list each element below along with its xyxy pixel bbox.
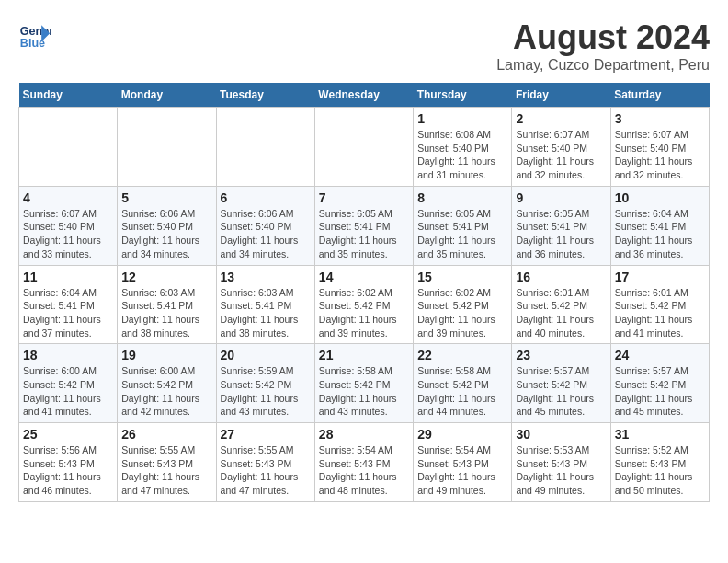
day-number: 9 <box>516 190 606 205</box>
day-info: Sunrise: 5:58 AMSunset: 5:42 PMDaylight:… <box>417 364 507 419</box>
day-of-week-header: Monday <box>118 83 216 108</box>
day-number: 2 <box>516 111 606 126</box>
calendar-cell: 9Sunrise: 6:05 AMSunset: 5:41 PMDaylight… <box>512 186 610 265</box>
title-section: August 2024 Lamay, Cuzco Department, Per… <box>496 18 710 74</box>
day-info: Sunrise: 6:05 AMSunset: 5:41 PMDaylight:… <box>516 207 606 261</box>
day-of-week-header: Sunday <box>19 83 118 108</box>
day-info: Sunrise: 5:54 AMSunset: 5:43 PMDaylight:… <box>417 443 507 498</box>
day-number: 3 <box>615 111 705 126</box>
calendar-week-row: 18Sunrise: 6:00 AMSunset: 5:42 PMDayligh… <box>19 344 710 423</box>
calendar-cell: 25Sunrise: 5:56 AMSunset: 5:43 PMDayligh… <box>19 423 118 502</box>
calendar-week-row: 11Sunrise: 6:04 AMSunset: 5:41 PMDayligh… <box>19 265 710 344</box>
day-info: Sunrise: 6:00 AMSunset: 5:42 PMDaylight:… <box>23 364 113 419</box>
calendar-cell: 4Sunrise: 6:07 AMSunset: 5:40 PMDaylight… <box>19 186 118 265</box>
day-info: Sunrise: 6:06 AMSunset: 5:40 PMDaylight:… <box>121 207 211 261</box>
day-info: Sunrise: 6:05 AMSunset: 5:41 PMDaylight:… <box>417 207 507 261</box>
calendar-cell: 26Sunrise: 5:55 AMSunset: 5:43 PMDayligh… <box>118 423 216 502</box>
day-info: Sunrise: 5:57 AMSunset: 5:42 PMDaylight:… <box>615 364 705 419</box>
calendar-cell: 21Sunrise: 5:58 AMSunset: 5:42 PMDayligh… <box>314 344 413 423</box>
day-of-week-header: Saturday <box>610 83 709 108</box>
day-info: Sunrise: 6:07 AMSunset: 5:40 PMDaylight:… <box>615 128 705 182</box>
calendar-header-row: SundayMondayTuesdayWednesdayThursdayFrid… <box>19 83 710 108</box>
calendar-cell: 19Sunrise: 6:00 AMSunset: 5:42 PMDayligh… <box>118 344 216 423</box>
calendar-cell: 10Sunrise: 6:04 AMSunset: 5:41 PMDayligh… <box>610 186 709 265</box>
calendar-cell: 16Sunrise: 6:01 AMSunset: 5:42 PMDayligh… <box>512 265 610 344</box>
calendar-cell: 8Sunrise: 6:05 AMSunset: 5:41 PMDaylight… <box>414 186 512 265</box>
calendar-cell: 27Sunrise: 5:55 AMSunset: 5:43 PMDayligh… <box>216 423 314 502</box>
calendar-week-row: 4Sunrise: 6:07 AMSunset: 5:40 PMDaylight… <box>19 186 710 265</box>
day-info: Sunrise: 6:07 AMSunset: 5:40 PMDaylight:… <box>23 207 113 261</box>
day-number: 18 <box>23 348 113 362</box>
day-number: 23 <box>516 348 606 362</box>
day-number: 4 <box>23 190 113 205</box>
day-info: Sunrise: 6:02 AMSunset: 5:42 PMDaylight:… <box>319 286 409 340</box>
calendar-cell <box>216 108 314 187</box>
day-number: 17 <box>615 270 705 284</box>
day-info: Sunrise: 5:56 AMSunset: 5:43 PMDaylight:… <box>23 443 113 498</box>
calendar-cell: 29Sunrise: 5:54 AMSunset: 5:43 PMDayligh… <box>414 423 512 502</box>
page-header: General Blue August 2024 Lamay, Cuzco De… <box>18 18 710 74</box>
svg-text:Blue: Blue <box>20 37 45 50</box>
day-info: Sunrise: 6:07 AMSunset: 5:40 PMDaylight:… <box>516 128 606 182</box>
day-number: 21 <box>319 348 409 362</box>
calendar-cell: 3Sunrise: 6:07 AMSunset: 5:40 PMDaylight… <box>610 108 709 187</box>
day-info: Sunrise: 6:04 AMSunset: 5:41 PMDaylight:… <box>23 286 113 340</box>
day-of-week-header: Wednesday <box>314 83 413 108</box>
day-number: 25 <box>23 427 113 442</box>
day-number: 5 <box>121 190 211 205</box>
day-info: Sunrise: 5:52 AMSunset: 5:43 PMDaylight:… <box>615 443 705 498</box>
day-number: 1 <box>417 111 507 126</box>
logo: General Blue <box>18 18 51 52</box>
calendar-cell: 24Sunrise: 5:57 AMSunset: 5:42 PMDayligh… <box>610 344 709 423</box>
calendar-cell: 20Sunrise: 5:59 AMSunset: 5:42 PMDayligh… <box>216 344 314 423</box>
calendar-cell: 23Sunrise: 5:57 AMSunset: 5:42 PMDayligh… <box>512 344 610 423</box>
day-info: Sunrise: 5:53 AMSunset: 5:43 PMDaylight:… <box>516 443 606 498</box>
day-of-week-header: Friday <box>512 83 610 108</box>
day-number: 13 <box>221 270 311 284</box>
calendar-cell: 13Sunrise: 6:03 AMSunset: 5:41 PMDayligh… <box>216 265 314 344</box>
calendar-cell: 31Sunrise: 5:52 AMSunset: 5:43 PMDayligh… <box>610 423 709 502</box>
day-info: Sunrise: 5:58 AMSunset: 5:42 PMDaylight:… <box>319 364 409 419</box>
logo-icon: General Blue <box>18 18 51 52</box>
calendar-cell: 11Sunrise: 6:04 AMSunset: 5:41 PMDayligh… <box>19 265 118 344</box>
day-info: Sunrise: 6:02 AMSunset: 5:42 PMDaylight:… <box>417 286 507 340</box>
day-number: 26 <box>121 427 211 442</box>
day-number: 20 <box>221 348 311 362</box>
day-info: Sunrise: 6:00 AMSunset: 5:42 PMDaylight:… <box>121 364 211 419</box>
day-info: Sunrise: 6:01 AMSunset: 5:42 PMDaylight:… <box>516 286 606 340</box>
page-title: August 2024 <box>496 18 710 57</box>
day-number: 16 <box>516 270 606 284</box>
day-number: 19 <box>121 348 211 362</box>
calendar-cell: 7Sunrise: 6:05 AMSunset: 5:41 PMDaylight… <box>314 186 413 265</box>
page-subtitle: Lamay, Cuzco Department, Peru <box>496 57 710 74</box>
calendar-cell: 1Sunrise: 6:08 AMSunset: 5:40 PMDaylight… <box>414 108 512 187</box>
calendar-cell: 15Sunrise: 6:02 AMSunset: 5:42 PMDayligh… <box>414 265 512 344</box>
calendar-week-row: 25Sunrise: 5:56 AMSunset: 5:43 PMDayligh… <box>19 423 710 502</box>
calendar-cell: 12Sunrise: 6:03 AMSunset: 5:41 PMDayligh… <box>118 265 216 344</box>
calendar-cell: 30Sunrise: 5:53 AMSunset: 5:43 PMDayligh… <box>512 423 610 502</box>
calendar-cell: 18Sunrise: 6:00 AMSunset: 5:42 PMDayligh… <box>19 344 118 423</box>
day-of-week-header: Thursday <box>414 83 512 108</box>
day-info: Sunrise: 6:01 AMSunset: 5:42 PMDaylight:… <box>615 286 705 340</box>
day-number: 12 <box>121 270 211 284</box>
day-number: 30 <box>516 427 606 442</box>
day-number: 10 <box>615 190 705 205</box>
day-info: Sunrise: 5:55 AMSunset: 5:43 PMDaylight:… <box>121 443 211 498</box>
day-info: Sunrise: 6:03 AMSunset: 5:41 PMDaylight:… <box>221 286 311 340</box>
calendar-cell: 28Sunrise: 5:54 AMSunset: 5:43 PMDayligh… <box>314 423 413 502</box>
day-number: 7 <box>319 190 409 205</box>
calendar-cell: 5Sunrise: 6:06 AMSunset: 5:40 PMDaylight… <box>118 186 216 265</box>
calendar-cell: 2Sunrise: 6:07 AMSunset: 5:40 PMDaylight… <box>512 108 610 187</box>
calendar-cell <box>314 108 413 187</box>
calendar-cell: 6Sunrise: 6:06 AMSunset: 5:40 PMDaylight… <box>216 186 314 265</box>
calendar-cell <box>19 108 118 187</box>
day-info: Sunrise: 6:08 AMSunset: 5:40 PMDaylight:… <box>417 128 507 182</box>
calendar-cell: 14Sunrise: 6:02 AMSunset: 5:42 PMDayligh… <box>314 265 413 344</box>
day-info: Sunrise: 6:04 AMSunset: 5:41 PMDaylight:… <box>615 207 705 261</box>
day-number: 29 <box>417 427 507 442</box>
day-number: 24 <box>615 348 705 362</box>
day-info: Sunrise: 5:55 AMSunset: 5:43 PMDaylight:… <box>221 443 311 498</box>
calendar-cell: 22Sunrise: 5:58 AMSunset: 5:42 PMDayligh… <box>414 344 512 423</box>
calendar-table: SundayMondayTuesdayWednesdayThursdayFrid… <box>18 83 710 502</box>
day-info: Sunrise: 5:57 AMSunset: 5:42 PMDaylight:… <box>516 364 606 419</box>
